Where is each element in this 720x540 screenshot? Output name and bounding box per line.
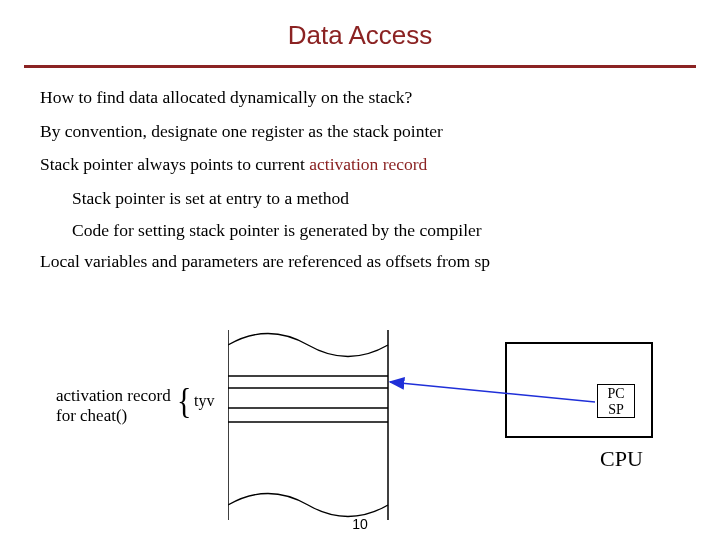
page-number: 10 — [0, 516, 720, 532]
line-question: How to find data allocated dynamically o… — [40, 86, 680, 110]
register-box: PC SP — [597, 384, 635, 418]
cpu-box: PC SP — [505, 342, 653, 438]
line-sp-points-accent: activation record — [309, 154, 427, 174]
line-sp-points: Stack pointer always points to current a… — [40, 153, 680, 177]
line-sub1: Stack pointer is set at entry to a metho… — [72, 187, 680, 211]
reg-sp: SP — [598, 402, 634, 418]
cpu-label: CPU — [600, 446, 643, 472]
line-sp-points-pre: Stack pointer always points to current — [40, 154, 309, 174]
ar-label-line2: for cheat() — [56, 406, 127, 425]
reg-pc: PC — [598, 386, 634, 402]
slide-title: Data Access — [0, 0, 720, 65]
line-offsets: Local variables and parameters are refer… — [40, 250, 680, 274]
brace-icon: { — [177, 383, 191, 419]
slide-content: How to find data allocated dynamically o… — [0, 86, 720, 274]
line-convention: By convention, designate one register as… — [40, 120, 680, 144]
title-rule — [24, 65, 696, 68]
diagram: activation record for cheat() { tyv PC S… — [0, 330, 720, 530]
activation-record-label: activation record for cheat() — [56, 386, 171, 425]
field-label: tyv — [194, 392, 214, 410]
line-sub2: Code for setting stack pointer is genera… — [72, 219, 680, 243]
stack-illustration — [228, 330, 398, 520]
ar-label-line1: activation record — [56, 386, 171, 405]
